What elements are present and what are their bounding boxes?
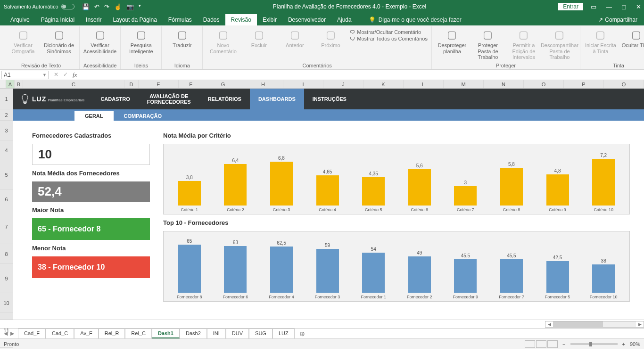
column-header-I[interactable]: I bbox=[283, 80, 323, 88]
screenshot-icon[interactable]: 📷 bbox=[126, 3, 134, 10]
worksheet-area[interactable]: LUZ Planilhas Empresariais CADASTROAVALI… bbox=[13, 89, 644, 320]
subnav-comparação[interactable]: COMPARAÇÃO bbox=[114, 111, 172, 121]
sheet-tab-cad_c[interactable]: Cad_C bbox=[46, 329, 74, 338]
column-header-O[interactable]: O bbox=[524, 80, 564, 88]
menu-tab-fórmulas[interactable]: Fórmulas bbox=[163, 14, 198, 25]
menu-tab-exibir[interactable]: Exibir bbox=[257, 14, 282, 25]
bar-1-0: 65Fornecedor 8 bbox=[166, 239, 213, 299]
view-page-layout-button[interactable] bbox=[536, 340, 546, 348]
redo-icon[interactable]: ↷ bbox=[104, 3, 109, 10]
tab-nav-next-icon[interactable]: ▶ bbox=[10, 330, 14, 337]
sheet-nav-dashboards[interactable]: DASHBOARDS bbox=[250, 89, 304, 109]
row-header-2[interactable]: 2 bbox=[0, 109, 13, 121]
sheet-tab-sug[interactable]: SUG bbox=[249, 329, 272, 338]
row-header-9[interactable]: 9 bbox=[0, 264, 13, 293]
sheet-nav-instru-es[interactable]: INSTRUÇÕES bbox=[304, 89, 355, 109]
column-header-C[interactable]: C bbox=[23, 80, 124, 88]
row-header-3[interactable]: 3 bbox=[0, 121, 13, 140]
column-header-B[interactable]: B bbox=[15, 80, 23, 88]
formula-input[interactable] bbox=[81, 71, 644, 79]
column-header-J[interactable]: J bbox=[323, 80, 363, 88]
column-header-F[interactable]: F bbox=[179, 80, 203, 88]
horizontal-scrollbar[interactable]: ◀ ▶ bbox=[545, 321, 644, 328]
scroll-right-icon[interactable]: ▶ bbox=[636, 322, 644, 327]
menu-tab-dados[interactable]: Dados bbox=[198, 14, 225, 25]
column-header-L[interactable]: L bbox=[404, 80, 444, 88]
ribbon-verificar-acessibilidade[interactable]: ▢Verificar Acessibilidade bbox=[83, 28, 116, 54]
cancel-formula-icon[interactable]: ✕ bbox=[54, 71, 58, 79]
column-header-D[interactable]: D bbox=[124, 80, 139, 88]
sheet-tab-dash2[interactable]: Dash2 bbox=[180, 329, 207, 338]
touch-mode-icon[interactable]: ☝ bbox=[114, 3, 122, 10]
column-header-Q[interactable]: Q bbox=[604, 80, 644, 88]
row-header-6[interactable]: 6 bbox=[0, 189, 13, 209]
select-all-corner[interactable] bbox=[0, 80, 6, 88]
menu-tab-layout-da-página[interactable]: Layout da Página bbox=[107, 14, 162, 25]
sheet-tab-rel_c[interactable]: Rel_C bbox=[125, 329, 152, 338]
menu-tab-ajuda[interactable]: Ajuda bbox=[331, 14, 357, 25]
ribbon-pesquisa-inteligente[interactable]: ▢Pesquisa Inteligente bbox=[124, 28, 157, 54]
column-header-P[interactable]: P bbox=[564, 80, 604, 88]
ribbon-display-icon[interactable]: ▭ bbox=[591, 3, 596, 10]
column-header-E[interactable]: E bbox=[139, 80, 179, 88]
zoom-out-button[interactable]: − bbox=[562, 341, 565, 347]
view-page-break-button[interactable] bbox=[547, 340, 558, 348]
ribbon-proteger-pasta-de-trabalho[interactable]: ▢Proteger Pasta de Trabalho bbox=[471, 28, 504, 60]
column-header-M[interactable]: M bbox=[444, 80, 484, 88]
share-button[interactable]: ↗ Compartilhar bbox=[592, 14, 644, 25]
ribbon-dicion-rio-de-sin-nimos[interactable]: ▢Dicionário de Sinônimos bbox=[42, 28, 75, 54]
row-header-4[interactable]: 4 bbox=[0, 140, 13, 160]
signin-button[interactable]: Entrar bbox=[558, 3, 583, 10]
column-header-G[interactable]: G bbox=[203, 80, 243, 88]
column-header-A[interactable]: A bbox=[6, 80, 15, 88]
subnav-geral[interactable]: GERAL bbox=[74, 111, 114, 121]
sheet-nav-cadastro[interactable]: CADASTRO bbox=[92, 89, 138, 109]
enter-formula-icon[interactable]: ✓ bbox=[63, 71, 68, 79]
maximize-icon[interactable]: ◻ bbox=[621, 3, 627, 10]
sheet-tab-ini[interactable]: INI bbox=[207, 329, 226, 338]
sheet-tab-duv[interactable]: DUV bbox=[226, 329, 249, 338]
ribbon-ocultar-tinta[interactable]: ▢Ocultar Tinta bbox=[620, 28, 644, 49]
save-icon[interactable]: 💾 bbox=[82, 3, 90, 10]
sheet-nav-avalia-o-de-fornecedores[interactable]: AVALIAÇÃO DEFORNECEDORES bbox=[139, 89, 199, 109]
row-header-7[interactable]: 7 bbox=[0, 209, 13, 244]
sheet-tab-rel_r[interactable]: Rel_R bbox=[99, 329, 125, 338]
add-sheet-button[interactable]: ⊕ bbox=[295, 330, 310, 337]
autosave-toggle[interactable] bbox=[61, 4, 74, 9]
name-box[interactable]: A1 ▼ bbox=[1, 71, 49, 79]
sheet-nav-relat-rios[interactable]: RELATÓRIOS bbox=[199, 89, 250, 109]
column-header-H[interactable]: H bbox=[243, 80, 283, 88]
row-header-5[interactable]: 5 bbox=[0, 160, 13, 189]
scroll-left-icon[interactable]: ◀ bbox=[545, 322, 553, 327]
ribbon-inline-mostrar-ocultar-coment-rio[interactable]: 🗨 Mostrar/Ocultar Comentário bbox=[350, 29, 428, 35]
sheet-tab-dash1[interactable]: Dash1 bbox=[152, 329, 180, 338]
sheet-tab-cad_f[interactable]: Cad_F bbox=[18, 329, 46, 338]
column-header-N[interactable]: N bbox=[484, 80, 524, 88]
view-normal-button[interactable] bbox=[525, 340, 535, 348]
menu-tab-revisão[interactable]: Revisão bbox=[225, 14, 257, 25]
row-header-8[interactable]: 8 bbox=[0, 244, 13, 264]
bar-1-7: 45,5Fornecedor 7 bbox=[488, 253, 535, 300]
menu-tab-página-inicial[interactable]: Página Inicial bbox=[35, 14, 80, 25]
ribbon-desproteger-planilha[interactable]: ▢Desproteger planilha bbox=[436, 28, 469, 54]
row-header-10[interactable]: 10 bbox=[0, 293, 13, 313]
fx-icon[interactable]: fx bbox=[73, 71, 77, 79]
column-header-K[interactable]: K bbox=[363, 80, 404, 88]
ribbon-traduzir[interactable]: ▢Traduzir bbox=[165, 28, 198, 49]
zoom-in-button[interactable]: + bbox=[622, 341, 625, 347]
tab-nav-prev-icon[interactable]: ◀ bbox=[4, 330, 8, 337]
row-header-1[interactable]: 1 bbox=[0, 89, 13, 109]
tell-me-search[interactable]: 💡 Diga-me o que você deseja fazer bbox=[363, 14, 467, 25]
sheet-tab-av_f[interactable]: Av_F bbox=[74, 329, 98, 338]
menu-tab-inserir[interactable]: Inserir bbox=[80, 14, 107, 25]
close-icon[interactable]: ✕ bbox=[636, 3, 641, 10]
zoom-slider[interactable] bbox=[570, 343, 618, 345]
undo-icon[interactable]: ↶ bbox=[94, 3, 99, 10]
ribbon-inline-mostrar-todos-os-coment-rios[interactable]: 🗨 Mostrar Todos os Comentários bbox=[350, 36, 428, 41]
menu-tab-arquivo[interactable]: Arquivo bbox=[5, 14, 35, 25]
name-box-dropdown-icon[interactable]: ▼ bbox=[42, 73, 48, 77]
sheet-tab-luz[interactable]: LUZ bbox=[272, 329, 295, 338]
zoom-level[interactable]: 90% bbox=[630, 341, 640, 347]
minimize-icon[interactable]: — bbox=[606, 3, 612, 10]
menu-tab-desenvolvedor[interactable]: Desenvolvedor bbox=[282, 14, 331, 25]
